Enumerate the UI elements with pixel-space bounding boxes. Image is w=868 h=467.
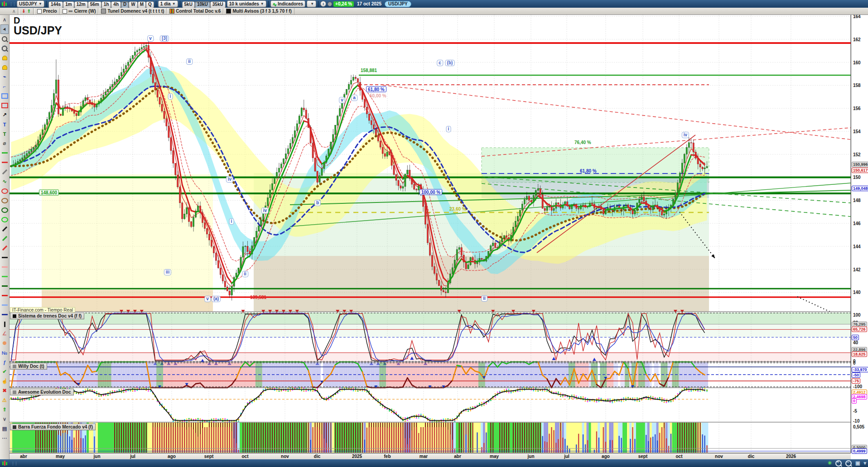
- indicator-item-3[interactable]: Control Total Doc v.6: [167, 8, 223, 14]
- export-down-button[interactable]: ⇓⇑: [19, 8, 34, 14]
- symbol-pill[interactable]: USD/JPY: [385, 1, 411, 7]
- units-select[interactable]: 10 k unidades▼: [227, 0, 266, 7]
- dots-icon[interactable]: ⋯: [0, 433, 9, 443]
- collapse-toolbar-icon[interactable]: ∧: [0, 15, 9, 24]
- axis-tick: 146: [853, 221, 861, 226]
- axis-tick: 152: [853, 152, 861, 157]
- indicators-dropdown[interactable]: ▼: [307, 0, 316, 7]
- circle-plus-tool-icon[interactable]: ⊕: [0, 338, 9, 348]
- indicator-item-4[interactable]: Multi Avisos (3 f 3 1,5 70 f f): [223, 8, 294, 14]
- delete-tool-icon[interactable]: ✖: [0, 386, 9, 395]
- symbol-select[interactable]: USDJPY▼: [17, 0, 44, 7]
- checkbox-icon[interactable]: [63, 9, 67, 14]
- fib-numbers-tool-icon[interactable]: №: [0, 348, 9, 357]
- timeframe-button-d[interactable]: D: [121, 1, 129, 8]
- main-chart-canvas[interactable]: [0, 0, 868, 467]
- arrow-tool-icon[interactable]: ↗: [0, 110, 9, 120]
- panel-axis-tick: -5: [853, 409, 857, 414]
- hline-darkgreen-tool-icon[interactable]: [0, 281, 9, 291]
- snapshot-icon[interactable]: ▣: [855, 460, 860, 466]
- mini-chart-icon[interactable]: [2, 461, 8, 466]
- panel-title-chip-3[interactable]: Barra Fuerza Fondo Mercado v4 (f): [10, 424, 96, 430]
- ruler-tool-icon[interactable]: [0, 167, 9, 177]
- add-favorite-icon[interactable]: ✳: [828, 460, 832, 466]
- ellipse-red-tool-icon[interactable]: [0, 186, 9, 196]
- corner-menu-icon[interactable]: ▾: [863, 460, 866, 466]
- checkbox-icon[interactable]: [37, 9, 42, 14]
- text-tool-icon[interactable]: T: [0, 120, 9, 129]
- panel-title-chip-0[interactable]: Sistema de trenes Doc v4 (f f): [10, 313, 84, 319]
- indicator-item-1[interactable]: ≔Cierre (W): [60, 8, 99, 14]
- angle-tool-icon[interactable]: ∠: [0, 329, 9, 338]
- trendline-red-tool-icon[interactable]: [0, 243, 9, 253]
- hline-black-tool-icon[interactable]: [0, 253, 9, 262]
- pin-green-tool-icon[interactable]: [0, 148, 9, 158]
- zoom-in-icon[interactable]: +: [835, 460, 842, 467]
- more-tools-icon[interactable]: ∨: [0, 414, 9, 424]
- statusbar-grip-icon[interactable]: ⋮⋮: [11, 461, 17, 466]
- zoom-out-icon[interactable]: −: [845, 460, 852, 467]
- wave-tool-icon[interactable]: ∿: [0, 177, 9, 186]
- timeframe-button-q[interactable]: Q: [146, 1, 154, 8]
- hline-lightblue-tool-icon[interactable]: [0, 300, 9, 310]
- vline-tool-icon[interactable]: [0, 319, 9, 329]
- annotation-tool-icon[interactable]: ⌁: [0, 72, 9, 82]
- chevron-down-icon: ▼: [260, 1, 264, 7]
- warning-tool-icon[interactable]: ⚠: [0, 395, 9, 405]
- zoom-area-tool-icon[interactable]: [0, 43, 9, 53]
- ellipse-brown-tool-icon[interactable]: [0, 196, 9, 205]
- indicators-button[interactable]: ∿Indicadores: [270, 0, 305, 7]
- anchor-tool-icon[interactable]: ⌀: [0, 139, 9, 148]
- toolbar-grip-icon[interactable]: ⋮⋮: [9, 2, 15, 6]
- panel-title-chip-2[interactable]: Awesome Evolution Doc: [10, 389, 74, 395]
- rect-red-tool-icon[interactable]: [0, 101, 9, 110]
- timeframe-button-1m[interactable]: 1m: [63, 1, 74, 8]
- indicator-item-0[interactable]: Precio: [34, 8, 60, 14]
- dashed-line-tool-icon[interactable]: ⌐: [0, 82, 9, 91]
- thumb-up-tool-icon[interactable]: ☝: [0, 376, 9, 386]
- info-icon[interactable]: i: [320, 1, 326, 7]
- pointer-tool-icon[interactable]: ➤: [0, 24, 9, 34]
- rect-blue-tool-icon[interactable]: [0, 91, 9, 101]
- timeframe-button-4h[interactable]: 4h: [111, 1, 121, 8]
- ellipse-darkgreen-tool-icon[interactable]: [0, 205, 9, 215]
- ab-tool-icon: ƒ: [3, 360, 6, 365]
- panel-swatch-icon: [13, 425, 16, 429]
- hline-red-tool-icon[interactable]: [0, 291, 9, 300]
- period-select[interactable]: 1 día▼: [158, 0, 178, 7]
- ab-tool-icon[interactable]: ƒ: [0, 357, 9, 367]
- hline-pink-tool-icon[interactable]: [0, 262, 9, 272]
- drawing-toolbar: ∧➤⌁⌐↗TT⌀∿∠⊕№ƒ✔☝✖⚠⇑∨▤⋯: [0, 15, 10, 459]
- check-tool-icon[interactable]: ✔: [0, 367, 9, 376]
- collapse-chart-icon[interactable]: ∧: [10, 8, 18, 14]
- callout-tool-icon[interactable]: T: [0, 129, 9, 139]
- unit-button-10ku[interactable]: 10kU: [195, 1, 210, 8]
- timeframe-button-144s[interactable]: 144s: [48, 1, 63, 8]
- price-axis[interactable]: 1641621601581561541521501481461441421401…: [851, 15, 868, 453]
- hline-green-tool-icon[interactable]: [0, 272, 9, 281]
- pin-red-tool-icon[interactable]: [0, 158, 9, 167]
- unit-button-35ku[interactable]: 35kU: [210, 1, 226, 8]
- hline-darkblue-tool-icon[interactable]: [0, 310, 9, 319]
- unit-button-5ku[interactable]: 5kU: [182, 1, 195, 8]
- zoom-tool-icon[interactable]: [0, 34, 9, 43]
- check-tool-icon: ✔: [2, 369, 6, 375]
- timeframe-button-w[interactable]: W: [129, 1, 137, 8]
- time-axis-label: dic: [314, 454, 320, 459]
- hline-pink-tool-icon: [2, 266, 8, 268]
- timeframe-button-1h[interactable]: 1h: [101, 1, 111, 8]
- list-icon[interactable]: ≔: [68, 9, 73, 14]
- trendline-green-tool-icon[interactable]: [0, 234, 9, 243]
- up-arrow-tool-icon[interactable]: ⇑: [0, 405, 9, 414]
- trendline-black-tool-icon[interactable]: [0, 224, 9, 234]
- panel-title-chip-1[interactable]: Willy Doc (t): [10, 363, 47, 370]
- timeframe-button-12m[interactable]: 12m: [74, 1, 88, 8]
- time-axis[interactable]: abrmayjunjulagoseptoctnovdic2025febmarab…: [9, 453, 851, 460]
- timeframe-button-m[interactable]: M: [138, 1, 146, 8]
- indicator-item-2[interactable]: Tunel Domenec v4 (t t t t t): [98, 8, 167, 14]
- timeframe-button-56m[interactable]: 56m: [88, 1, 101, 8]
- ellipse-green-tool-icon[interactable]: [0, 215, 9, 224]
- alert-cursor-tool-icon[interactable]: [0, 53, 9, 63]
- alert-tool-icon[interactable]: [0, 63, 9, 72]
- notes-icon[interactable]: ▤: [0, 424, 9, 433]
